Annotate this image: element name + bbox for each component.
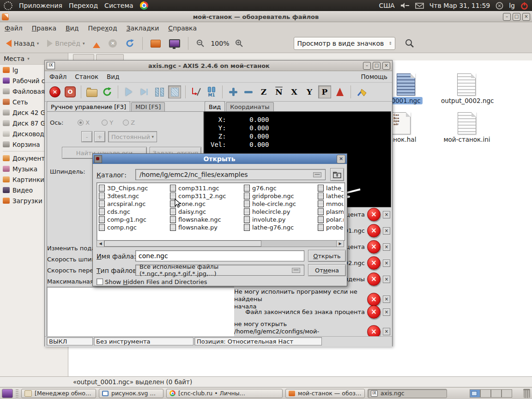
scrollbar-thumb[interactable]: [104, 241, 261, 247]
computer-button[interactable]: [167, 38, 182, 49]
file-entry[interactable]: comp.ngc: [99, 224, 168, 231]
file-entry[interactable]: polar.r: [318, 216, 344, 223]
zoom-in-button[interactable]: [227, 85, 240, 98]
menu-applications[interactable]: Приложения: [19, 2, 62, 9]
show-desktop-button[interactable]: [2, 389, 13, 398]
task-browser[interactable]: [cnc-club.ru • Личны…: [166, 389, 283, 398]
dismiss-error-button[interactable]: ×: [383, 328, 390, 335]
file-entry[interactable]: lathec: [318, 193, 344, 200]
taskbar-handle[interactable]: [16, 389, 18, 398]
axis-maximize-button[interactable]: □: [373, 62, 381, 70]
fm-menu-bookmarks[interactable]: Закладки: [127, 24, 159, 32]
user-status-icon[interactable]: [496, 2, 503, 10]
file-entry[interactable]: flowsnake.ngc: [170, 216, 239, 223]
zoom-in-button[interactable]: [233, 38, 246, 49]
axis-minimize-button[interactable]: –: [363, 62, 371, 70]
back-history-caret[interactable]: ▾: [37, 41, 39, 46]
clock[interactable]: Чтв Мар 31, 11:59: [429, 2, 490, 9]
fm-menu-help[interactable]: Справка: [168, 24, 197, 32]
directory-combobox[interactable]: /home/lg/emc2/nc_files/examples —: [135, 169, 326, 180]
axis-close-button[interactable]: ×: [382, 62, 390, 70]
rotate-view-button[interactable]: [333, 85, 346, 98]
task-file-manager[interactable]: мой-станок — обозр…: [285, 389, 365, 398]
distro-logo-icon[interactable]: [4, 1, 12, 10]
file-entry[interactable]: daisy.ngc: [170, 208, 239, 215]
file-entry[interactable]: plasma: [318, 208, 344, 215]
view-z2-button[interactable]: N: [272, 85, 285, 98]
zoom-level[interactable]: 100%: [211, 40, 229, 47]
scroll-right-button[interactable]: ▶: [336, 241, 344, 247]
jog-minus-button[interactable]: -: [81, 131, 92, 142]
search-button[interactable]: [403, 37, 417, 49]
file-entry[interactable]: arcspiral.ngc: [99, 200, 168, 207]
reload-file-button[interactable]: [101, 85, 114, 98]
fm-menu-edit[interactable]: Правка: [32, 24, 56, 32]
filetype-combobox[interactable]: Все исполняемые файлы (*.ngc,*.png,*.gif…: [135, 265, 304, 276]
dialog-titlebar[interactable]: Открыть ×: [93, 154, 347, 164]
file-icon-moy-stanok-ini[interactable]: мой-станок.ini: [441, 112, 492, 143]
axis-menu-file[interactable]: Файл: [49, 73, 66, 80]
clear-plot-button[interactable]: [355, 85, 368, 98]
radio-axis-z[interactable]: Z: [123, 119, 135, 126]
machine-power-button[interactable]: O: [64, 85, 77, 98]
file-entry[interactable]: 3D_Chips.ngc: [99, 185, 168, 192]
cancel-button[interactable]: Отмена: [308, 264, 346, 276]
dismiss-error-button[interactable]: ×: [383, 243, 390, 251]
file-entry[interactable]: comp-g1.ngc: [99, 216, 168, 223]
task-update-manager[interactable]: [Менеджер обновле…: [21, 389, 96, 398]
toolpath-limit-button[interactable]: [190, 85, 203, 98]
fm-menu-file[interactable]: Файл: [5, 24, 23, 32]
view-mode-select[interactable]: Просмотр в виде значков ⇕: [294, 37, 395, 50]
location-bar-fragment[interactable]: [96, 54, 124, 60]
up-button[interactable]: [91, 36, 103, 50]
fm-menu-go[interactable]: Переход: [88, 24, 117, 32]
fm-titlebar[interactable]: мой-станок — обозреватель файлов – □ ×: [0, 12, 532, 22]
jog-plus-button[interactable]: +: [94, 131, 105, 142]
dismiss-error-button[interactable]: ×: [383, 308, 390, 316]
mdi-history-button[interactable]: M1: [205, 85, 218, 98]
file-entry[interactable]: probe-: [318, 224, 344, 231]
mail-icon[interactable]: [415, 3, 424, 9]
jog-speed-select[interactable]: Постоянный▾: [108, 131, 157, 142]
forward-history-caret[interactable]: ▾: [83, 41, 85, 46]
dialog-close-button[interactable]: ×: [337, 155, 345, 163]
dismiss-error-button[interactable]: ×: [383, 276, 390, 283]
open-file-button[interactable]: [85, 85, 98, 98]
scroll-left-button[interactable]: ◀: [97, 241, 104, 247]
workspace-4[interactable]: [502, 389, 512, 398]
fm-close-button[interactable]: ×: [522, 13, 530, 21]
file-list-hscrollbar[interactable]: ◀ ▶: [97, 240, 344, 247]
keyboard-layout-indicator[interactable]: США: [379, 2, 394, 9]
forward-button[interactable]: Вперёд▾: [45, 38, 87, 48]
estop-button[interactable]: ×: [48, 85, 61, 98]
file-entry[interactable]: lathe_p: [318, 185, 344, 192]
radio-axis-y[interactable]: Y: [102, 119, 113, 126]
run-from-line-button[interactable]: [138, 85, 151, 98]
step-button[interactable]: [168, 85, 181, 98]
file-entry[interactable]: hole-circle.ngc: [244, 200, 313, 207]
task-axis[interactable]: IXaxis.ngc: [368, 389, 447, 398]
power-icon[interactable]: [520, 2, 528, 10]
view-y-button[interactable]: Y: [303, 85, 316, 98]
dismiss-error-button[interactable]: ×: [383, 260, 390, 267]
pause-button[interactable]: [153, 85, 166, 98]
fm-menu-view[interactable]: Вид: [66, 24, 79, 32]
fm-maximize-button[interactable]: □: [513, 13, 520, 21]
chrome-launcher-icon[interactable]: [140, 1, 148, 10]
radio-axis-x[interactable]: X: [78, 119, 90, 126]
dismiss-error-button[interactable]: ×: [383, 296, 390, 303]
location-bar-fragment[interactable]: [73, 54, 94, 60]
view-x-button[interactable]: X: [288, 85, 301, 98]
view-perspective-button[interactable]: P: [318, 85, 331, 98]
file-entry[interactable]: holecircle.py: [244, 208, 313, 215]
up-directory-button[interactable]: [330, 168, 344, 181]
file-icon-output-0002[interactable]: output_0002.ngc: [441, 73, 492, 104]
dismiss-error-button[interactable]: ×: [383, 227, 390, 235]
menu-system[interactable]: Система: [104, 2, 133, 9]
tab-manual-control[interactable]: Ручное управление [F3]: [47, 101, 130, 112]
file-entry[interactable]: involute.py: [244, 216, 313, 223]
back-button[interactable]: Назад▾: [4, 38, 41, 48]
file-entry[interactable]: flowsnake.py: [170, 224, 239, 231]
file-entry[interactable]: g76.ngc: [244, 185, 313, 192]
reload-button[interactable]: [123, 37, 137, 49]
